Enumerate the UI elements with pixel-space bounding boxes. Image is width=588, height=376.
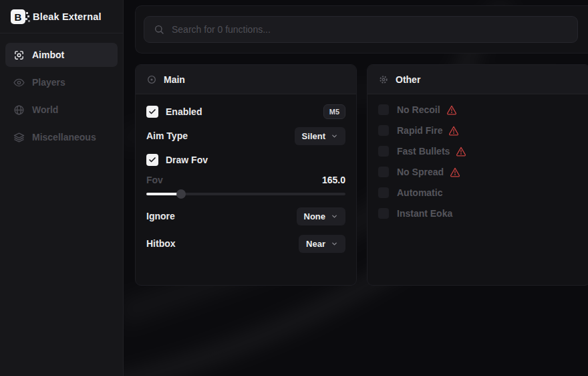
- automatic-label: Automatic: [397, 187, 442, 198]
- other-item-no-recoil: No Recoil: [378, 102, 579, 117]
- ignore-label: Ignore: [146, 211, 175, 221]
- layers-icon: [13, 132, 25, 143]
- app-logo-icon: B: [11, 9, 25, 24]
- draw-fov-row: Draw Fov: [146, 151, 345, 169]
- aim-type-row: Aim Type Silent: [146, 126, 345, 145]
- fov-value: 165.0: [322, 175, 345, 185]
- search-input[interactable]: [172, 24, 568, 35]
- sidebar: B Bleak External Aimbot Players: [0, 0, 124, 376]
- warning-icon: [456, 146, 466, 157]
- fov-slider-fill: [146, 193, 181, 195]
- sidebar-item-label: World: [32, 104, 58, 115]
- fast-bullets-checkbox[interactable]: [378, 146, 389, 157]
- search-section: [135, 5, 588, 54]
- sidebar-item-label: Miscellaneous: [32, 132, 96, 143]
- enabled-label: Enabled: [166, 106, 202, 117]
- other-item-instant-eoka: Instant Eoka: [378, 206, 579, 221]
- fov-header: Fov 165.0: [146, 173, 345, 187]
- main-content: Main Enabled M5 Aim Type: [124, 0, 588, 376]
- sidebar-item-players[interactable]: Players: [5, 70, 118, 94]
- no-recoil-label: No Recoil: [397, 104, 440, 115]
- aim-type-select[interactable]: Silent: [295, 127, 345, 145]
- sidebar-item-miscellaneous[interactable]: Miscellaneous: [5, 125, 118, 149]
- brand: B Bleak External: [0, 0, 123, 33]
- instant-eoka-label: Instant Eoka: [397, 208, 452, 219]
- fov-slider-thumb[interactable]: [176, 189, 186, 199]
- chevron-down-icon: [331, 132, 338, 140]
- chevron-down-icon: [331, 213, 338, 220]
- panel-main-body: Enabled M5 Aim Type Silent: [136, 94, 356, 285]
- keybind-badge[interactable]: M5: [323, 104, 345, 119]
- panel-main-header: Main: [136, 65, 356, 94]
- other-item-fast-bullets: Fast Bullets: [378, 144, 579, 159]
- panel-other: Other No Recoil Rapid Fire: [367, 64, 588, 286]
- chevron-down-icon: [331, 240, 338, 248]
- hitbox-select[interactable]: Near: [299, 235, 345, 253]
- automatic-checkbox[interactable]: [378, 187, 389, 198]
- panel-title: Other: [396, 74, 420, 85]
- instant-eoka-checkbox[interactable]: [378, 208, 389, 219]
- sidebar-item-label: Players: [32, 77, 65, 88]
- warning-icon: [446, 104, 457, 115]
- sidebar-nav: Aimbot Players World Miscellaneou: [0, 33, 123, 159]
- ignore-value: None: [304, 211, 326, 221]
- aim-type-label: Aim Type: [146, 130, 188, 141]
- search-box[interactable]: [144, 16, 578, 43]
- enabled-row: Enabled M5: [146, 102, 345, 121]
- fov-label: Fov: [146, 175, 163, 185]
- no-spread-label: No Spread: [397, 167, 444, 177]
- search-icon: [154, 24, 164, 35]
- check-icon: [148, 108, 156, 116]
- app-window: B Bleak External Aimbot Players: [0, 0, 588, 376]
- panel-other-body: No Recoil Rapid Fire Fast Bullets: [368, 94, 588, 235]
- rapid-fire-checkbox[interactable]: [378, 125, 389, 136]
- enabled-checkbox[interactable]: [146, 106, 158, 118]
- rapid-fire-label: Rapid Fire: [397, 125, 442, 136]
- check-icon: [148, 156, 156, 164]
- no-recoil-checkbox[interactable]: [378, 104, 389, 115]
- hitbox-row: Hitbox Near: [146, 234, 345, 253]
- hitbox-value: Near: [306, 239, 325, 249]
- gear-icon: [378, 74, 389, 85]
- panel-main: Main Enabled M5 Aim Type: [135, 64, 357, 286]
- other-item-automatic: Automatic: [378, 185, 579, 200]
- app-title: Bleak External: [33, 11, 102, 22]
- fast-bullets-label: Fast Bullets: [397, 146, 450, 157]
- panels-row: Main Enabled M5 Aim Type: [135, 64, 588, 286]
- globe-icon: [13, 104, 25, 116]
- warning-icon: [448, 125, 459, 136]
- other-item-rapid-fire: Rapid Fire: [378, 123, 579, 138]
- panel-other-header: Other: [368, 65, 588, 94]
- warning-icon: [450, 167, 460, 177]
- sidebar-item-label: Aimbot: [32, 50, 64, 60]
- aim-type-value: Silent: [302, 131, 325, 141]
- draw-fov-checkbox[interactable]: [146, 154, 158, 166]
- no-spread-checkbox[interactable]: [378, 167, 389, 177]
- target-icon: [146, 74, 157, 85]
- fov-slider[interactable]: [146, 189, 345, 199]
- crosshair-scan-icon: [13, 50, 25, 61]
- sidebar-item-aimbot[interactable]: Aimbot: [5, 43, 118, 67]
- ignore-row: Ignore None: [146, 207, 345, 225]
- other-item-no-spread: No Spread: [378, 165, 579, 179]
- sidebar-item-world[interactable]: World: [5, 98, 118, 122]
- draw-fov-label: Draw Fov: [166, 155, 208, 165]
- hitbox-label: Hitbox: [146, 238, 176, 249]
- panel-title: Main: [164, 74, 185, 85]
- eye-icon: [13, 77, 25, 88]
- ignore-select[interactable]: None: [297, 207, 346, 225]
